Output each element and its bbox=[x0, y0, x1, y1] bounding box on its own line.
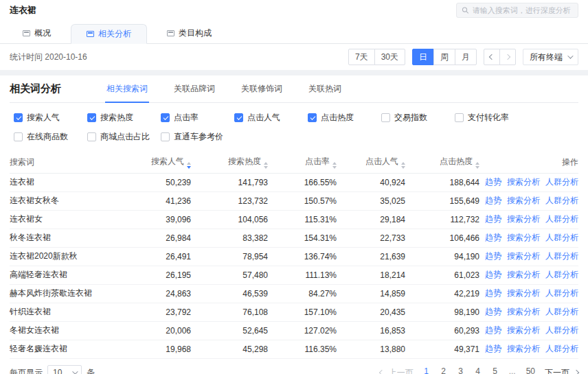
search-analysis-link[interactable]: 搜索分析 bbox=[507, 270, 540, 279]
column-header[interactable]: 点击率 bbox=[268, 152, 337, 173]
sort-icon[interactable] bbox=[187, 162, 191, 169]
audience-analysis-link[interactable]: 人群分析 bbox=[545, 177, 578, 187]
search-analysis-link[interactable]: 搜索分析 bbox=[507, 344, 540, 353]
search-analysis-link[interactable]: 搜索分析 bbox=[507, 307, 540, 316]
metric-cell: 13,880 bbox=[337, 340, 405, 358]
chevron-right-icon bbox=[505, 54, 510, 60]
stat-time: 统计时间 2020-10-16 bbox=[10, 51, 87, 63]
audience-analysis-link[interactable]: 人群分析 bbox=[545, 233, 578, 242]
audience-analysis-link[interactable]: 人群分析 bbox=[545, 344, 578, 353]
column-header[interactable]: 搜索热度 bbox=[191, 152, 268, 173]
audience-analysis-link[interactable]: 人群分析 bbox=[545, 288, 578, 298]
subtab-3[interactable]: 关联热词 bbox=[307, 75, 343, 102]
keyword-cell: 连衣裙2020新款秋 bbox=[10, 247, 120, 266]
page-button[interactable]: 2 bbox=[440, 366, 447, 374]
trend-link[interactable]: 趋势 bbox=[485, 288, 501, 298]
page-button[interactable]: 50 bbox=[526, 366, 535, 374]
page-button[interactable]: 4 bbox=[475, 366, 482, 374]
range-30d-button[interactable]: 30天 bbox=[374, 49, 405, 65]
metric-cell: 57,480 bbox=[191, 266, 268, 284]
search-analysis-link[interactable]: 搜索分析 bbox=[507, 288, 540, 298]
prev-date-button[interactable] bbox=[484, 49, 500, 65]
sort-icon[interactable] bbox=[264, 162, 268, 169]
checkbox-icon bbox=[381, 113, 390, 122]
search-analysis-link[interactable]: 搜索分析 bbox=[507, 251, 540, 261]
column-header[interactable]: 搜索人气 bbox=[120, 152, 191, 173]
metric-cell: 29,184 bbox=[337, 210, 405, 229]
date-nav bbox=[484, 49, 516, 65]
page-button[interactable]: 3 bbox=[457, 366, 464, 374]
chevron-left-icon bbox=[489, 54, 495, 60]
metric-checkbox[interactable]: 商城点击占比 bbox=[87, 131, 161, 143]
subtab-1[interactable]: 关联品牌词 bbox=[172, 75, 216, 102]
metric-cell: 23,792 bbox=[120, 303, 191, 321]
sort-icon[interactable] bbox=[332, 162, 337, 169]
trend-link[interactable]: 趋势 bbox=[485, 325, 501, 335]
metric-cell: 112,732 bbox=[405, 210, 479, 229]
audience-analysis-link[interactable]: 人群分析 bbox=[545, 307, 578, 316]
column-header[interactable]: 点击人气 bbox=[337, 152, 405, 173]
table-row: 针织连衣裙 23,792 76,108 157.10% 20,435 98,19… bbox=[10, 303, 578, 321]
metric-cell: 41,236 bbox=[120, 191, 191, 210]
prev-page-button[interactable]: 上一页 bbox=[380, 367, 414, 374]
page-button[interactable]: 1 bbox=[423, 366, 430, 374]
trend-link[interactable]: 趋势 bbox=[485, 270, 501, 279]
granularity-month-button[interactable]: 月 bbox=[455, 49, 477, 65]
search-analysis-link[interactable]: 搜索分析 bbox=[507, 325, 540, 335]
trend-link[interactable]: 趋势 bbox=[485, 344, 501, 353]
metric-checkbox[interactable]: 在线商品数 bbox=[14, 131, 87, 143]
tab-icon bbox=[23, 30, 30, 36]
subtab-0[interactable]: 相关搜索词 bbox=[105, 75, 149, 102]
audience-analysis-link[interactable]: 人群分析 bbox=[545, 196, 578, 205]
page-button[interactable]: 5 bbox=[492, 366, 499, 374]
per-page-select[interactable]: 10 bbox=[47, 365, 82, 374]
sort-icon[interactable] bbox=[401, 162, 405, 169]
metric-checkbox[interactable]: 点击人气 bbox=[234, 112, 308, 124]
range-7d-button[interactable]: 7天 bbox=[348, 49, 375, 65]
metric-cell: 106,466 bbox=[405, 229, 479, 247]
search-analysis-link[interactable]: 搜索分析 bbox=[507, 196, 540, 205]
audience-analysis-link[interactable]: 人群分析 bbox=[545, 270, 578, 279]
next-date-button[interactable] bbox=[499, 49, 516, 65]
search-input[interactable] bbox=[473, 6, 573, 14]
terminal-select[interactable]: 所有终端 bbox=[523, 49, 578, 65]
section-header: 相关词分析 相关搜索词关联品牌词关联修饰词关联热词 bbox=[10, 75, 578, 103]
trend-link[interactable]: 趋势 bbox=[485, 233, 501, 242]
column-header[interactable]: 点击热度 bbox=[405, 152, 479, 173]
metric-checkbox[interactable]: 搜索热度 bbox=[87, 112, 161, 124]
range-group: 7天 30天 bbox=[348, 49, 405, 65]
metric-cell: 115.31% bbox=[268, 210, 337, 229]
tab-2[interactable]: 类目构成 bbox=[151, 23, 227, 43]
trend-link[interactable]: 趋势 bbox=[485, 214, 501, 224]
metric-checkbox[interactable]: 点击热度 bbox=[308, 112, 381, 124]
search-box[interactable] bbox=[456, 3, 578, 18]
granularity-week-button[interactable]: 周 bbox=[433, 49, 455, 65]
metric-cell: 16,853 bbox=[337, 321, 405, 340]
next-page-button[interactable]: 下一页 bbox=[545, 367, 578, 374]
metric-checkbox[interactable]: 支付转化率 bbox=[455, 112, 528, 124]
audience-analysis-link[interactable]: 人群分析 bbox=[545, 214, 578, 224]
audience-analysis-link[interactable]: 人群分析 bbox=[545, 325, 578, 335]
subtab-2[interactable]: 关联修饰词 bbox=[240, 75, 284, 102]
search-analysis-link[interactable]: 搜索分析 bbox=[507, 214, 540, 224]
table-body: 连衣裙 50,239 141,793 166.55% 40,924 188,64… bbox=[10, 173, 578, 358]
trend-link[interactable]: 趋势 bbox=[485, 177, 501, 187]
keyword-cell: 赫本风炸街茶歇连衣裙 bbox=[10, 284, 120, 303]
search-analysis-link[interactable]: 搜索分析 bbox=[507, 233, 540, 242]
audience-analysis-link[interactable]: 人群分析 bbox=[545, 251, 578, 261]
checkbox-label: 搜索人气 bbox=[27, 112, 60, 124]
tab-1[interactable]: 相关分析 bbox=[71, 24, 147, 44]
metric-checkbox[interactable]: 直通车参考价 bbox=[161, 131, 234, 143]
metric-cell: 14,859 bbox=[337, 284, 405, 303]
metric-checkbox[interactable]: 搜索人气 bbox=[14, 112, 87, 124]
metric-cell: 20,006 bbox=[120, 321, 191, 340]
metric-checkbox[interactable]: 点击率 bbox=[161, 112, 234, 124]
tab-0[interactable]: 概况 bbox=[7, 23, 67, 43]
trend-link[interactable]: 趋势 bbox=[485, 196, 501, 205]
trend-link[interactable]: 趋势 bbox=[485, 307, 501, 316]
sort-icon[interactable] bbox=[475, 162, 479, 169]
metric-checkbox[interactable]: 交易指数 bbox=[381, 112, 455, 124]
trend-link[interactable]: 趋势 bbox=[485, 251, 501, 261]
granularity-day-button[interactable]: 日 bbox=[412, 49, 434, 65]
search-analysis-link[interactable]: 搜索分析 bbox=[507, 177, 540, 187]
